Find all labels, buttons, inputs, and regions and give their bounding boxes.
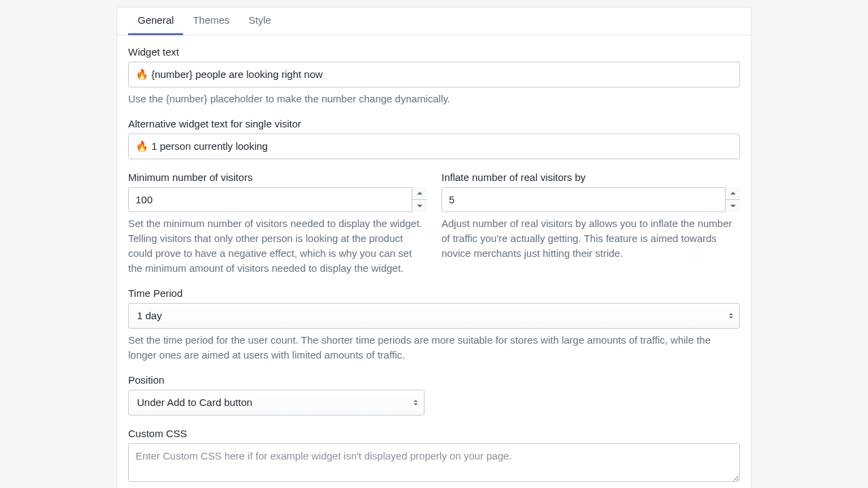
inflate-up[interactable] [726, 187, 740, 200]
alt-text-input[interactable] [128, 134, 740, 159]
position-label: Position [128, 374, 740, 386]
inflate-label: Inflate number of real visitors by [441, 171, 740, 183]
position-select-wrap: Under Add to Card button [128, 390, 425, 415]
settings-panel: General Themes Style Widget text Use the… [117, 7, 751, 488]
widget-text-label: Widget text [128, 46, 740, 58]
alt-text-label: Alternative widget text for single visit… [128, 118, 740, 129]
tabs: General Themes Style [117, 7, 751, 35]
min-visitors-field: Minimum number of visitors Set the minim… [128, 171, 427, 276]
panel-body: Widget text Use the {number} placeholder… [117, 35, 751, 488]
inflate-down[interactable] [726, 200, 740, 212]
chevron-down-icon [730, 205, 736, 207]
visitor-numbers-row: Minimum number of visitors Set the minim… [128, 171, 740, 276]
time-period-select-wrap: 1 day [128, 303, 740, 329]
custom-css-textarea[interactable] [128, 443, 740, 482]
min-visitors-input[interactable] [128, 187, 427, 213]
chevron-up-icon [730, 192, 736, 195]
inflate-field: Inflate number of real visitors by Adjus… [441, 171, 740, 276]
time-period-label: Time Period [128, 287, 740, 299]
tab-general[interactable]: General [128, 7, 183, 35]
widget-text-help: Use the {number} placeholder to make the… [128, 92, 740, 106]
inflate-spinner [725, 187, 740, 213]
chevron-down-icon [417, 205, 422, 207]
time-period-field: Time Period 1 day Set the time period fo… [128, 287, 740, 362]
inflate-input[interactable] [441, 187, 740, 213]
min-visitors-down[interactable] [412, 200, 427, 212]
min-visitors-up[interactable] [412, 187, 427, 200]
min-visitors-help: Set the minimum number of visitors neede… [128, 216, 427, 275]
min-visitors-spin [128, 187, 427, 213]
inflate-help: Adjust number of real visitors by allows… [441, 216, 740, 260]
custom-css-label: Custom CSS [128, 428, 740, 439]
min-visitors-spinner [412, 187, 427, 213]
widget-text-input[interactable] [128, 62, 740, 87]
min-visitors-label: Minimum number of visitors [128, 171, 427, 183]
chevron-up-icon [417, 192, 422, 195]
inflate-spin [441, 187, 740, 213]
time-period-select[interactable]: 1 day [128, 303, 740, 329]
tab-style[interactable]: Style [239, 7, 281, 35]
widget-text-field: Widget text Use the {number} placeholder… [128, 46, 740, 106]
time-period-help: Set the time period for the user count. … [128, 333, 740, 363]
position-select[interactable]: Under Add to Card button [128, 390, 425, 415]
custom-css-field: Custom CSS [128, 428, 740, 484]
position-field: Position Under Add to Card button [128, 374, 740, 415]
tab-themes[interactable]: Themes [183, 7, 239, 35]
alt-text-field: Alternative widget text for single visit… [128, 118, 740, 159]
